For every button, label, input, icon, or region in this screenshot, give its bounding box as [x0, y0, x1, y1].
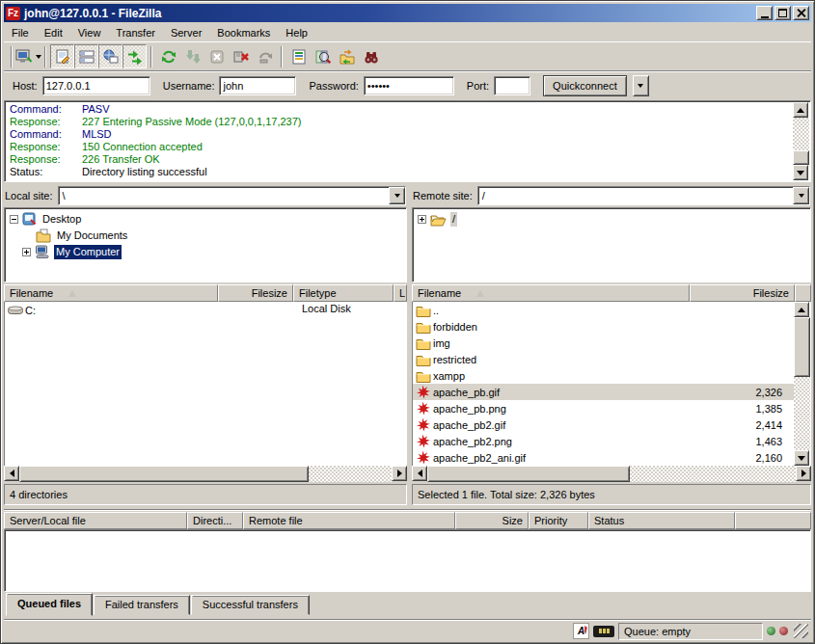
queue-list-empty[interactable]: [4, 529, 811, 592]
scroll-left-button[interactable]: [4, 466, 19, 481]
file-row[interactable]: apache_pb2.png 1,463: [413, 433, 794, 449]
scroll-down-button[interactable]: [794, 450, 809, 466]
file-row[interactable]: restricted: [413, 351, 794, 367]
close-button[interactable]: [793, 6, 809, 20]
quickconnect-dropdown-button[interactable]: [633, 75, 649, 96]
scroll-thumb[interactable]: [427, 466, 630, 482]
remote-vscrollbar[interactable]: [794, 302, 810, 466]
menu-file[interactable]: File: [4, 25, 37, 40]
menu-view[interactable]: View: [70, 25, 109, 40]
arrow-up-icon: [797, 108, 804, 113]
password-input[interactable]: [364, 76, 454, 95]
menu-help[interactable]: Help: [278, 25, 315, 40]
disconnect-button[interactable]: [229, 44, 253, 68]
column-remote-file[interactable]: Remote file: [243, 512, 455, 529]
remote-site-dropdown-button[interactable]: [793, 187, 809, 204]
log-scrollbar[interactable]: [793, 102, 809, 180]
synchronized-browsing-button[interactable]: [335, 44, 359, 68]
scroll-up-button[interactable]: [793, 102, 808, 118]
reconnect-button[interactable]: [253, 44, 277, 68]
remote-site-combo[interactable]: /: [477, 186, 810, 205]
file-row[interactable]: xampp: [413, 367, 794, 384]
queue-header: Server/Local file Directi... Remote file…: [4, 512, 811, 529]
refresh-button[interactable]: [156, 44, 180, 68]
local-site-dropdown-button[interactable]: [389, 187, 405, 204]
collapse-icon[interactable]: [10, 215, 18, 224]
tree-label-selected[interactable]: My Computer: [54, 245, 122, 259]
log-line: Response:150 Connection accepted: [10, 141, 810, 153]
directory-comparison-button[interactable]: [311, 44, 335, 68]
tree-item-desktop[interactable]: Desktop: [7, 211, 404, 228]
find-files-button[interactable]: [359, 44, 383, 68]
host-input[interactable]: [42, 76, 150, 95]
speed-limit-icon[interactable]: [593, 626, 614, 637]
file-row-selected[interactable]: apache_pb.gif 2,326: [413, 384, 794, 400]
expand-icon[interactable]: [22, 248, 31, 256]
scroll-thumb[interactable]: [793, 150, 809, 165]
cancel-button[interactable]: [204, 44, 229, 68]
file-row[interactable]: forbidden: [413, 318, 794, 335]
tree-label-selected-inactive[interactable]: /: [450, 212, 457, 227]
tab-successful-transfers[interactable]: Successful transfers: [191, 595, 310, 615]
tree-item-my-computer[interactable]: My Computer: [7, 244, 404, 260]
data-type-indicator-icon[interactable]: A: [573, 623, 589, 639]
column-server-local-file[interactable]: Server/Local file: [4, 512, 187, 529]
tree-label[interactable]: My Documents: [55, 228, 129, 243]
tree-label[interactable]: Desktop: [41, 212, 83, 227]
column-status[interactable]: Status: [588, 512, 735, 529]
file-name: xampp: [433, 370, 697, 382]
column-direction[interactable]: Directi...: [187, 512, 243, 529]
scroll-thumb[interactable]: [794, 317, 810, 377]
resize-grip[interactable]: [794, 624, 808, 638]
column-filetype[interactable]: Filetype: [293, 284, 394, 302]
local-site-combo[interactable]: \: [58, 186, 406, 205]
scroll-thumb[interactable]: [19, 466, 309, 482]
chevron-down-icon: [638, 84, 643, 88]
file-row[interactable]: apache_pb2_ani.gif 2,160: [413, 449, 794, 466]
scroll-right-button[interactable]: [796, 466, 811, 481]
tab-failed-transfers[interactable]: Failed transfers: [94, 595, 190, 615]
toggle-remote-tree-button[interactable]: [98, 44, 122, 68]
queue-tabs: Queued files Failed transfers Successful…: [4, 593, 811, 617]
file-row[interactable]: apache_pb.png 1,385: [413, 400, 794, 416]
local-hscrollbar[interactable]: [4, 466, 407, 482]
process-queue-button[interactable]: [180, 44, 204, 68]
scroll-down-button[interactable]: [793, 165, 808, 180]
scroll-up-button[interactable]: [794, 302, 809, 317]
port-input[interactable]: [494, 76, 530, 95]
file-row-c-drive[interactable]: C: Local Disk: [5, 302, 406, 318]
maximize-button[interactable]: [774, 6, 791, 20]
column-size[interactable]: Size: [455, 512, 529, 529]
file-row[interactable]: apache_pb2.gif 2,414: [413, 416, 794, 433]
menu-edit[interactable]: Edit: [37, 25, 70, 40]
scroll-left-button[interactable]: [412, 466, 427, 481]
menu-server[interactable]: Server: [163, 25, 209, 40]
toggle-local-tree-button[interactable]: [74, 44, 98, 68]
quickconnect-button[interactable]: Quickconnect: [543, 75, 627, 96]
expand-icon[interactable]: [418, 215, 426, 224]
column-filesize[interactable]: Filesize: [690, 284, 795, 302]
scroll-right-button[interactable]: [392, 466, 407, 481]
toggle-queue-button[interactable]: [122, 44, 147, 68]
column-filesize[interactable]: Filesize: [218, 284, 293, 302]
file-row[interactable]: img: [413, 335, 794, 351]
column-filename[interactable]: Filename: [4, 284, 218, 302]
toggle-log-button[interactable]: [50, 44, 74, 68]
log-line: Response:227 Entering Passive Mode (127,…: [10, 116, 810, 128]
activity-led-green: [767, 627, 775, 635]
tree-item-my-documents[interactable]: My Documents: [7, 228, 404, 244]
filter-button[interactable]: [286, 44, 311, 68]
username-input[interactable]: [219, 76, 296, 95]
site-manager-button[interactable]: [16, 44, 41, 68]
minimize-button[interactable]: [756, 6, 773, 20]
file-row[interactable]: ..: [413, 302, 794, 318]
menu-transfer[interactable]: Transfer: [108, 25, 163, 40]
tab-queued-files[interactable]: Queued files: [6, 593, 93, 616]
log-line: Command:MLSD: [10, 128, 810, 141]
tree-item-root[interactable]: /: [415, 211, 808, 228]
column-last-modified[interactable]: L: [394, 284, 407, 302]
column-priority[interactable]: Priority: [529, 512, 588, 529]
remote-hscrollbar[interactable]: [412, 466, 811, 482]
menu-bookmarks[interactable]: Bookmarks: [209, 25, 278, 40]
column-filename[interactable]: Filename: [412, 284, 690, 302]
